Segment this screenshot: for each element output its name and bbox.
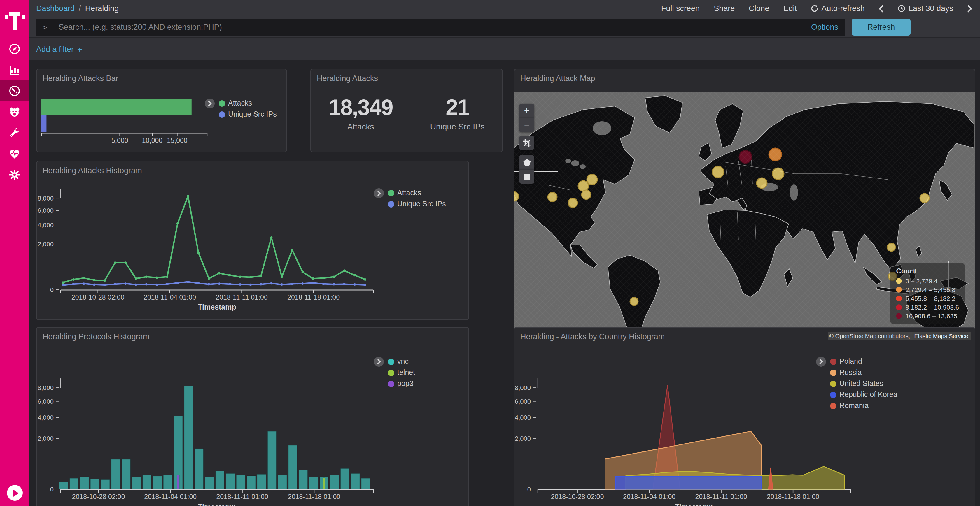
zoom-in-button[interactable]: + [519, 104, 535, 118]
legend-item[interactable]: telnet [388, 368, 415, 377]
legend-toggle-icon[interactable] [816, 357, 826, 367]
metric-group: 18,349 Attacks 21 Unique Src IPs [311, 95, 502, 131]
panel-title[interactable]: Heralding Attack Map [520, 74, 595, 83]
series-color-dot [388, 381, 395, 387]
sidebar-item-discover[interactable] [0, 38, 29, 59]
attack-source-dot[interactable] [587, 174, 597, 185]
breadcrumb-current: Heralding [85, 4, 119, 13]
legend-item[interactable]: Russia [830, 368, 897, 377]
sidebar-item-management[interactable] [0, 164, 29, 186]
draw-rectangle-button[interactable] [519, 169, 535, 184]
options-link[interactable]: Options [811, 23, 838, 32]
attack-source-dot[interactable] [578, 181, 589, 191]
full-screen-button[interactable]: Full screen [661, 4, 700, 13]
svg-text:8,000: 8,000 [515, 384, 531, 392]
series-label: Poland [839, 357, 862, 365]
breadcrumb-separator: / [79, 4, 81, 13]
fit-data-bounds-button[interactable] [519, 136, 535, 150]
attack-source-dot[interactable] [772, 168, 784, 179]
country-area-chart[interactable]: 02,0004,0006,0008,0002018-10-28 02:00201… [514, 328, 975, 506]
search-input[interactable]: >_ Search... (e.g. status:200 AND extens… [36, 19, 845, 36]
query-bar: >_ Search... (e.g. status:200 AND extens… [29, 17, 980, 37]
svg-text:4,000: 4,000 [515, 414, 531, 421]
svg-text:2,000: 2,000 [38, 435, 54, 442]
series-label: vnc [397, 357, 409, 365]
bear-icon [8, 106, 21, 118]
auto-refresh-button[interactable]: Auto-refresh [811, 4, 865, 13]
legend-item[interactable]: Unique Src IPs [219, 110, 277, 118]
legend-item[interactable]: Attacks [388, 189, 446, 197]
attack-source-dot[interactable] [630, 297, 638, 306]
breadcrumb-dashboard-link[interactable]: Dashboard [36, 4, 75, 13]
svg-text:2018-11-18 01:00: 2018-11-18 01:00 [288, 493, 340, 500]
attack-source-dot[interactable] [887, 243, 896, 251]
svg-text:4,000: 4,000 [38, 414, 54, 421]
edit-button[interactable]: Edit [783, 4, 797, 13]
protocols-bar-chart[interactable]: 02,0004,0006,0008,0002018-10-28 02:00201… [37, 328, 468, 506]
svg-text:5,000: 5,000 [111, 137, 128, 144]
legend-item[interactable]: vnc [388, 357, 415, 365]
series-label: Attacks [228, 99, 252, 107]
series-label: Romania [839, 402, 869, 410]
series-label: Unique Src IPs [228, 110, 277, 118]
sidebar-item-visualize[interactable] [0, 59, 29, 81]
draw-polygon-button[interactable] [519, 155, 535, 169]
clone-button[interactable]: Clone [749, 4, 769, 13]
panel-title[interactable]: Heralding Attacks [317, 74, 378, 83]
attack-source-dot[interactable] [568, 198, 578, 208]
legend-toggle-icon[interactable] [374, 357, 384, 367]
add-filter-button[interactable]: Add a filter + [36, 38, 83, 60]
legend-toggle-icon[interactable] [205, 98, 215, 108]
attack-source-dot[interactable] [920, 194, 929, 203]
sidebar-item-devtools[interactable] [0, 122, 29, 143]
time-forward-button[interactable] [967, 5, 972, 13]
count-tier-range: 3 – 2,729.4 [905, 278, 938, 284]
sidebar-item-tpot[interactable] [0, 102, 29, 122]
legend: AttacksUnique Src IPs [205, 98, 277, 118]
navbar-actions: Full screen Share Clone Edit Auto-refres… [661, 0, 972, 17]
count-tier-range: 10,908.6 – 13,635 [905, 312, 957, 319]
panel-attack-map: Heralding Attack Map [514, 69, 975, 344]
world-map[interactable]: + − [514, 92, 975, 343]
svg-text:4,000: 4,000 [38, 222, 54, 229]
sidebar-item-monitoring[interactable] [0, 143, 29, 164]
svg-text:0: 0 [50, 286, 54, 293]
elastic-maps-attribution[interactable]: Elastic Maps Service [912, 332, 970, 340]
series-color-dot [830, 403, 837, 409]
attack-source-dot[interactable] [582, 190, 591, 199]
chevron-left-icon [879, 5, 884, 13]
attacks-line-chart[interactable]: 02,0004,0006,0008,0002018-10-28 02:00201… [37, 162, 468, 319]
time-range-picker[interactable]: Last 30 days [898, 4, 953, 13]
legend-item[interactable]: Attacks [219, 99, 277, 107]
refresh-button[interactable]: Refresh [852, 19, 911, 36]
legend-item[interactable]: United States [830, 379, 897, 388]
share-button[interactable]: Share [714, 4, 735, 13]
sidebar-expand-button[interactable] [7, 485, 23, 501]
legend-item[interactable]: Poland [830, 357, 897, 365]
attack-source-dot[interactable] [769, 148, 782, 161]
series-label: Attacks [397, 189, 421, 197]
t-mobile-logo[interactable] [0, 0, 29, 34]
legend-item[interactable]: pop3 [388, 379, 415, 388]
attack-source-dot[interactable] [757, 178, 767, 188]
legend-toggle-icon[interactable] [374, 188, 384, 198]
series-color-dot [388, 201, 395, 207]
svg-text:2018-11-18 01:00: 2018-11-18 01:00 [287, 293, 340, 301]
attack-source-dot[interactable] [548, 192, 557, 202]
series-color-dot [219, 111, 225, 117]
map-legend-item: 2,729.4 – 5,455.8 [896, 286, 959, 293]
legend-item[interactable]: Romania [830, 402, 897, 410]
zoom-out-button[interactable]: − [519, 118, 535, 132]
map-zoom-controls: + − [519, 104, 535, 132]
svg-text:0: 0 [50, 485, 54, 493]
legend-item[interactable]: Unique Src IPs [388, 200, 446, 208]
sidebar [0, 0, 29, 506]
osm-attribution[interactable]: © OpenStreetMap contributors, [827, 332, 912, 340]
legend-item[interactable]: Republic of Korea [830, 390, 897, 399]
time-back-button[interactable] [879, 5, 884, 13]
clock-icon [898, 5, 905, 12]
attack-source-dot[interactable] [712, 166, 724, 178]
sidebar-item-dashboard[interactable] [0, 81, 29, 102]
legend: PolandRussiaUnited StatesRepublic of Kor… [816, 357, 897, 410]
attack-source-dot[interactable] [739, 151, 752, 163]
